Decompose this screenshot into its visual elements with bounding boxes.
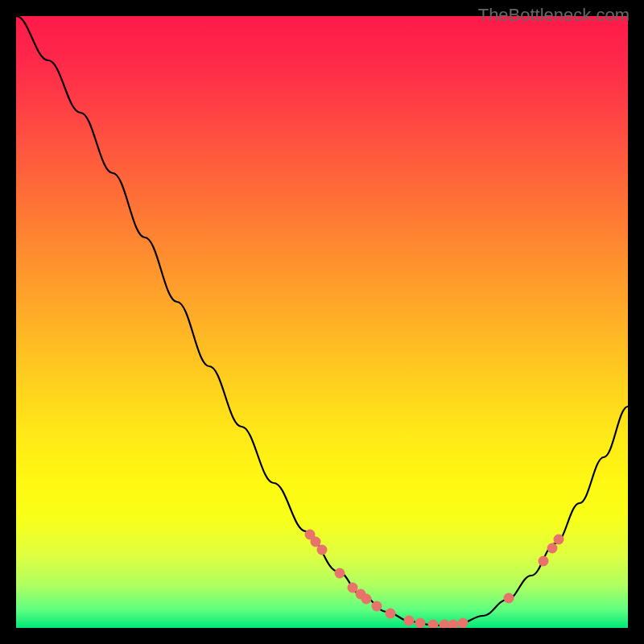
data-point [448, 620, 459, 629]
bottleneck-curve [16, 16, 628, 625]
data-point [361, 594, 372, 605]
data-point [415, 618, 426, 629]
data-point [539, 556, 549, 567]
data-point [317, 545, 328, 555]
chart-plot-area [16, 16, 628, 628]
data-point [458, 618, 469, 629]
data-point [547, 543, 558, 554]
data-point [504, 593, 514, 604]
watermark-text: TheBottleneck.com [478, 5, 630, 26]
data-point [335, 568, 345, 579]
data-point [386, 609, 396, 619]
chart-svg [16, 16, 628, 628]
data-point [372, 601, 382, 612]
data-point [404, 616, 415, 626]
data-point [440, 620, 450, 629]
data-point [554, 535, 564, 545]
data-point [428, 620, 439, 629]
